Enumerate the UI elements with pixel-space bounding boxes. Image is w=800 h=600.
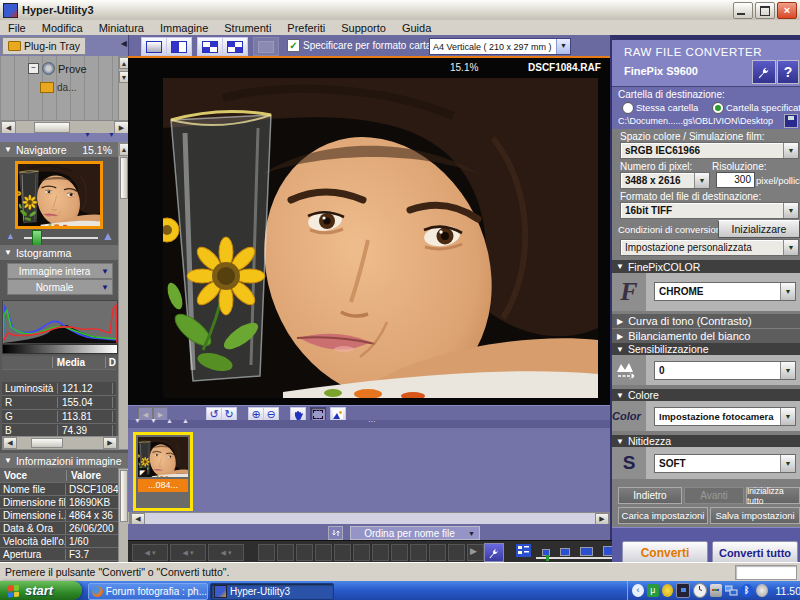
navigator-header[interactable]: ▼ Navigatore 15.1% — [0, 142, 118, 157]
menu-guida[interactable]: Guida — [394, 22, 439, 34]
radio-same-folder[interactable] — [622, 102, 634, 114]
help-button[interactable]: ? — [777, 60, 799, 84]
conversion-dropdown[interactable]: Impostazione personalizzata ▼ — [620, 239, 799, 256]
sort-direction-button[interactable] — [328, 526, 343, 540]
scrollbar-thumb[interactable] — [31, 438, 63, 448]
navigator-preview[interactable] — [15, 161, 103, 229]
white-balance-header[interactable]: ▶ Bilanciamento del bianco — [612, 328, 800, 343]
image-info-header[interactable]: ▼ Informazioni immagine — [0, 453, 128, 468]
menu-supporto[interactable]: Supporto — [333, 22, 394, 34]
menu-modifica[interactable]: Modifica — [34, 22, 91, 34]
layout-split-view-button[interactable] — [166, 37, 192, 56]
finepixcolor-header[interactable]: ▼ FinePixCOLOR — [612, 260, 800, 273]
layout-grid2-button[interactable] — [197, 37, 223, 56]
tray-lock-icon[interactable] — [676, 583, 690, 598]
tray-update-icon[interactable] — [756, 584, 768, 597]
table-row[interactable]: AperturaF3.7 — [0, 548, 118, 561]
plugin-tray-tab[interactable]: Plug-in Tray — [2, 37, 86, 55]
start-button[interactable]: start — [0, 581, 82, 600]
dock-arrow-icon[interactable]: ▼ — [108, 131, 115, 138]
section-expanded-icon[interactable]: ▼ — [4, 248, 12, 257]
sensitization-dropdown[interactable]: 0 ▼ — [654, 361, 796, 380]
histogram-scope-dropdown[interactable]: Immagine intera ▼ — [7, 263, 113, 279]
tray-antivirus-icon[interactable] — [662, 584, 674, 597]
scroll-left-icon[interactable]: ◀ — [3, 437, 17, 449]
collapse-left-icon[interactable]: ◀ — [121, 39, 127, 48]
initialize-button[interactable]: Inizializzare — [718, 220, 800, 238]
scrollbar-thumb[interactable] — [34, 122, 70, 133]
navigator-zoom-slider[interactable]: ▲ ▲ — [0, 229, 118, 245]
tray-mu-icon[interactable]: μ — [647, 584, 659, 597]
finepixcolor-dropdown[interactable]: CHROME ▼ — [654, 282, 796, 301]
back-button[interactable]: Indietro — [618, 487, 682, 504]
task-button-browser[interactable]: Forum fotografia : ph... — [88, 583, 208, 600]
thumb-size-slider-handle[interactable] — [546, 555, 549, 561]
tree-node-child[interactable]: da... — [40, 82, 76, 93]
table-row[interactable]: Dimensione i...4864 x 36 — [0, 509, 118, 522]
filmstrip-thumbnail-selected[interactable]: ◤ ...084... — [133, 432, 193, 511]
table-row[interactable]: Velocità dell'o...1/60 — [0, 535, 118, 548]
sensitization-header[interactable]: ▼ Sensibilizzazione — [612, 343, 800, 355]
color-section-header[interactable]: ▼ Colore — [612, 389, 800, 401]
histogram-header[interactable]: ▼ Istogramma — [0, 245, 118, 260]
sharpness-dropdown[interactable]: SOFT ▼ — [654, 454, 796, 473]
tray-clock-icon[interactable] — [693, 583, 707, 598]
sharpness-header[interactable]: ▼ Nitidezza — [612, 435, 800, 447]
menu-file[interactable]: File — [0, 22, 34, 34]
radio-specified-folder[interactable] — [712, 102, 724, 114]
tray-network-icon[interactable] — [725, 584, 738, 597]
zoom-out-small-icon[interactable]: ▲ — [6, 231, 15, 241]
save-path-icon[interactable] — [784, 114, 798, 128]
radio-same-folder-label[interactable]: Stessa cartella — [636, 102, 698, 113]
menu-miniatura[interactable]: Miniatura — [91, 22, 152, 34]
tree-collapse-icon[interactable]: − — [28, 63, 39, 74]
table-row[interactable]: Dimensione file18690KB — [0, 496, 118, 509]
color-space-dropdown[interactable]: sRGB IEC61966 ▼ — [620, 142, 799, 159]
sort-dropdown[interactable]: Ordina per nome file ▼ — [350, 526, 480, 540]
layout-single-view-button[interactable] — [141, 37, 167, 56]
close-button[interactable]: × — [777, 2, 797, 19]
task-button-app[interactable]: Hyper-Utility3 — [210, 583, 334, 600]
tone-curve-header[interactable]: ▶ Curva di tono (Contrasto) — [612, 313, 800, 328]
table-row[interactable]: Data & Ora26/06/200 — [0, 522, 118, 535]
format-dropdown[interactable]: 16bit TIFF ▼ — [620, 202, 799, 219]
toolbar-more-icon[interactable]: ▶ — [470, 546, 477, 556]
radio-specified-folder-label[interactable]: Cartella specificata — [726, 102, 800, 113]
section-expanded-icon[interactable]: ▼ — [4, 145, 12, 154]
zoom-in-large-icon[interactable]: ▲ — [102, 229, 114, 243]
resolution-input[interactable]: 300 — [716, 172, 755, 188]
load-settings-button[interactable]: Carica impostazioni — [618, 507, 708, 524]
layout-grid4-button[interactable] — [222, 37, 248, 56]
pixels-dropdown[interactable]: 3488 x 2616 ▼ — [620, 172, 710, 189]
tray-printer-icon[interactable] — [710, 584, 722, 597]
scroll-right-icon[interactable]: ▶ — [103, 437, 117, 449]
color-dropdown[interactable]: Impostazione fotocamera ▼ — [654, 407, 796, 426]
thumbnail-list-icon[interactable] — [516, 544, 531, 557]
tray-collapse-icon[interactable]: ‹ — [632, 584, 644, 597]
menu-strumenti[interactable]: Strumenti — [216, 22, 279, 34]
menu-immagine[interactable]: Immagine — [152, 22, 216, 34]
scrollbar-thumb[interactable] — [120, 470, 128, 522]
dock-arrow-icon[interactable]: ▼ — [84, 131, 91, 138]
stats-horizontal-scrollbar[interactable]: ◀ ▶ — [2, 436, 118, 450]
save-settings-button[interactable]: Salva impostazioni — [710, 507, 800, 524]
settings-button[interactable] — [752, 60, 776, 84]
section-expanded-icon[interactable]: ▼ — [4, 456, 12, 465]
thumb-size-2-button[interactable] — [560, 548, 570, 556]
thumb-size-3-button[interactable] — [580, 547, 593, 556]
restore-button[interactable] — [755, 2, 775, 19]
tree-node-prove[interactable]: − Prove — [28, 62, 87, 75]
paper-format-dropdown[interactable]: A4 Verticale ( 210 x 297 mm ) ▼ — [429, 38, 571, 55]
tools-button[interactable] — [484, 543, 504, 562]
initialize-all-button[interactable]: Inizializza tutto — [746, 487, 800, 504]
scrollbar-thumb[interactable] — [120, 157, 128, 199]
tab-down-icon[interactable]: ▼ — [134, 417, 141, 424]
paper-format-checkbox[interactable]: ✓ — [287, 39, 300, 52]
tray-bluetooth-icon[interactable]: ᛒ — [741, 584, 753, 597]
tab-down-icon[interactable]: ▼ — [150, 417, 157, 424]
slider-handle[interactable] — [32, 230, 42, 246]
histogram-mode-dropdown[interactable]: Normale ▼ — [7, 279, 113, 295]
menu-preferiti[interactable]: Preferiti — [279, 22, 333, 34]
image-viewer[interactable]: 15.1% DSCF1084.RAF — [128, 56, 610, 407]
minimize-button[interactable] — [733, 2, 753, 19]
